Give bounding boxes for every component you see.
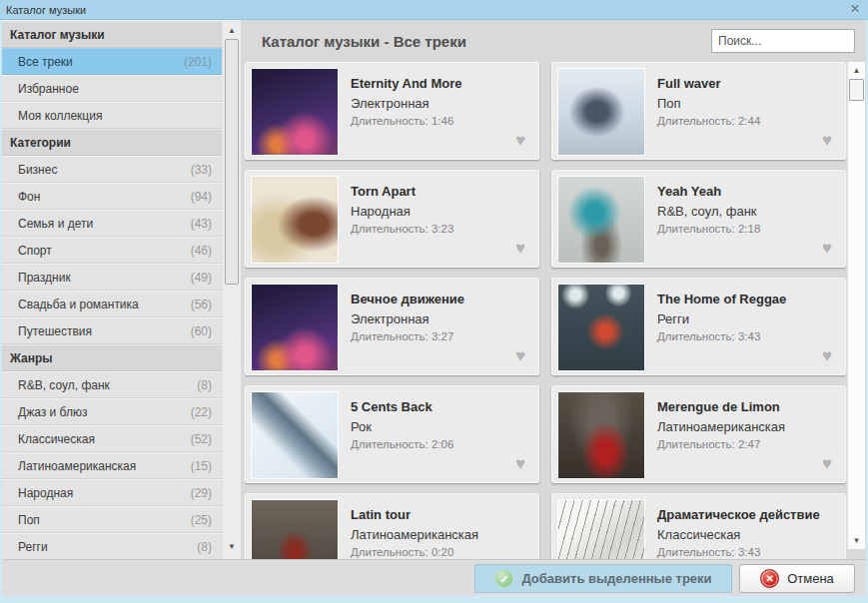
sidebar-item-count: (8) [197, 378, 212, 392]
track-artwork [557, 284, 645, 371]
heart-icon[interactable]: ♥ [822, 131, 832, 151]
sidebar-item-count: (25) [191, 513, 212, 527]
track-artwork [251, 176, 339, 264]
sidebar-item-count: (33) [191, 163, 212, 177]
search-input[interactable] [711, 29, 855, 53]
track-duration: Длительность: 3:27 [351, 330, 530, 342]
sidebar-item-count: (49) [191, 271, 212, 285]
add-selected-tracks-button[interactable]: ✓ Добавить выделенные треки [474, 564, 732, 593]
track-duration: Длительность: 2:06 [351, 438, 530, 450]
track-card[interactable]: Вечное движение Электронная Длительность… [245, 278, 539, 375]
track-card[interactable]: 5 Cents Back Рок Длительность: 2:06 ♥ [245, 385, 539, 483]
sidebar-item[interactable]: Джаз и блюз (22) [2, 398, 222, 425]
sidebar: Каталог музыки Все треки (201) Избранное… [2, 20, 222, 559]
sidebar-item-label: Праздник [10, 271, 191, 285]
track-duration: Длительность: 2:44 [657, 115, 837, 127]
sidebar-item-label: Избранное [10, 82, 212, 96]
sidebar-item-label: Свадьба и романтика [10, 298, 191, 311]
track-list-panel: Каталог музыки - Все треки Eternity And … [241, 20, 866, 559]
sidebar-item[interactable]: Все треки (201) [2, 48, 222, 75]
sidebar-item[interactable]: Моя коллекция [2, 102, 222, 129]
track-title: 5 Cents Back [351, 399, 530, 414]
sidebar-item-label: R&B, соул, фанк [10, 378, 197, 392]
track-info: Merengue de Limon Латиноамериканская Дли… [657, 386, 845, 450]
window-title: Каталог музыки [0, 4, 86, 16]
sidebar-item-count: (8) [197, 540, 212, 554]
track-info: Yeah Yeah R&B, соул, фанк Длительность: … [657, 171, 845, 235]
sidebar-item[interactable]: Фон (94) [2, 183, 222, 210]
track-title: The Home of Reggae [657, 292, 837, 306]
track-genre: Поп [657, 96, 837, 111]
track-info: Torn Apart Народная Длительность: 3:23 [351, 171, 538, 235]
heart-icon[interactable]: ♥ [515, 131, 525, 151]
scroll-up-icon[interactable]: ▲ [848, 66, 865, 75]
heart-icon[interactable]: ♥ [515, 454, 525, 474]
heart-icon[interactable]: ♥ [515, 239, 525, 259]
track-artwork [251, 68, 339, 156]
music-catalog-dialog: Каталог музыки ✕ Каталог музыки Все трек… [0, 0, 868, 603]
heart-icon[interactable]: ♥ [822, 239, 832, 259]
track-list-scrollbar[interactable]: ▲ ▼ [847, 62, 865, 549]
sidebar-item: Категории [2, 129, 222, 156]
track-duration: Длительность: 2:18 [657, 223, 837, 235]
track-card[interactable]: Eternity And More Электронная Длительнос… [245, 62, 539, 160]
track-card[interactable]: Full waver Поп Длительность: 2:44 ♥ [551, 62, 846, 160]
scroll-up-icon[interactable]: ▲ [223, 26, 241, 35]
cancel-button-label: Отмена [787, 571, 834, 586]
sidebar-item[interactable]: Спорт (46) [2, 237, 222, 264]
sidebar-scrollbar[interactable]: ▲ ▼ [222, 20, 241, 559]
sidebar-item[interactable]: Народная (29) [2, 479, 222, 506]
track-card[interactable]: Torn Apart Народная Длительность: 3:23 ♥ [245, 170, 539, 268]
track-title: Torn Apart [351, 184, 530, 199]
check-icon: ✓ [494, 569, 513, 588]
track-duration: Длительность: 0:20 [351, 546, 530, 558]
track-genre: Классическая [657, 527, 837, 542]
heart-icon[interactable]: ♥ [822, 346, 832, 366]
track-card[interactable]: Yeah Yeah R&B, соул, фанк Длительность: … [551, 170, 846, 268]
track-list-scrollbar-thumb[interactable] [849, 79, 864, 101]
footer-bar: ✓ Добавить выделенные треки ✕ Отмена [2, 559, 866, 596]
cancel-button[interactable]: ✕ Отмена [739, 564, 855, 593]
track-info: Full waver Поп Длительность: 2:44 [657, 63, 845, 127]
sidebar-item[interactable]: Классическая (52) [2, 425, 222, 452]
sidebar-item-count: (56) [191, 298, 212, 311]
sidebar-item-count: (22) [191, 405, 212, 419]
track-grid-viewport: Eternity And More Электронная Длительнос… [245, 62, 846, 559]
track-card[interactable]: The Home of Reggae Регги Длительность: 3… [551, 278, 846, 375]
add-button-label: Добавить выделенные треки [521, 571, 711, 586]
sidebar-item-label: Джаз и блюз [10, 405, 191, 419]
sidebar-item[interactable]: Путешествия (60) [2, 317, 222, 344]
sidebar-scrollbar-thumb[interactable] [225, 39, 239, 285]
sidebar-item-label: Жанры [10, 351, 212, 365]
sidebar-item[interactable]: Свадьба и романтика (56) [2, 291, 222, 317]
sidebar-item-count: (60) [191, 324, 212, 338]
track-info: 5 Cents Back Рок Длительность: 2:06 [351, 386, 538, 450]
sidebar-item: Жанры [2, 344, 222, 371]
track-card[interactable]: Latin tour Латиноамериканская Длительнос… [245, 493, 539, 559]
sidebar-item-count: (29) [191, 486, 212, 500]
sidebar-item[interactable]: Поп (25) [2, 506, 222, 533]
track-info: Latin tour Латиноамериканская Длительнос… [351, 494, 538, 558]
heart-icon[interactable]: ♥ [822, 454, 832, 474]
track-card[interactable]: Merengue de Limon Латиноамериканская Дли… [551, 385, 846, 483]
scroll-down-icon[interactable]: ▼ [848, 536, 865, 545]
sidebar-item-count: (43) [191, 217, 212, 231]
close-icon[interactable]: ✕ [850, 2, 860, 16]
sidebar-item[interactable]: Избранное [2, 75, 222, 102]
heart-icon[interactable]: ♥ [515, 346, 525, 366]
track-card[interactable]: Драматическое действие Классическая Длит… [551, 493, 846, 559]
track-genre: Народная [351, 204, 530, 219]
sidebar-item[interactable]: Семья и дети (43) [2, 210, 222, 237]
sidebar-item[interactable]: Бизнес (33) [2, 156, 222, 183]
sidebar-item[interactable]: R&B, соул, фанк (8) [2, 371, 222, 398]
track-title: Merengue de Limon [657, 399, 837, 414]
sidebar-item[interactable]: Латиноамериканская (15) [2, 452, 222, 479]
track-artwork [557, 499, 645, 559]
sidebar-item[interactable]: Регги (8) [2, 533, 222, 559]
sidebar-item-label: Фон [10, 190, 191, 204]
track-genre: R&B, соул, фанк [657, 204, 837, 219]
title-bar: Каталог музыки ✕ [0, 0, 868, 20]
scroll-down-icon[interactable]: ▼ [223, 542, 241, 551]
track-genre: Электронная [351, 96, 530, 111]
sidebar-item[interactable]: Праздник (49) [2, 264, 222, 291]
